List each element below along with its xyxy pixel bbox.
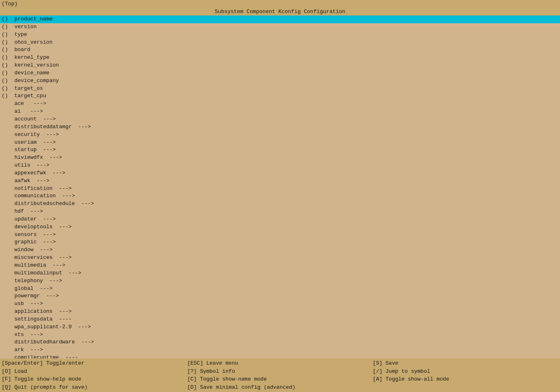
bottom-bar-item-1-2[interactable]: [/] Jump to symbol (373, 368, 558, 376)
menu-item-ai[interactable]: ai ---> (0, 108, 560, 116)
menu-item-ace[interactable]: ace ---> (0, 100, 560, 108)
bottom-bar-item-2-2[interactable]: [A] Toggle show-all mode (373, 375, 558, 383)
menu-item-graphic[interactable]: graphic ---> (0, 238, 560, 246)
menu-item-wpa_supplicant[interactable]: wpa_supplicant-2.9 ---> (0, 323, 560, 331)
menu-item-hiviewdfx[interactable]: hiviewdfx ---> (0, 154, 560, 162)
menu-item-device_company[interactable]: () device_company (0, 77, 560, 85)
menu-item-kernel_version[interactable]: () kernel_version (0, 62, 560, 69)
bottom-bar-item-0-0[interactable]: [Space/Enter] Toggle/enter (2, 359, 187, 368)
menu-item-ark[interactable]: ark ---> (0, 346, 560, 354)
top-bar: (Top) (0, 0, 560, 8)
menu-item-window[interactable]: window ---> (0, 246, 560, 254)
menu-item-distributedschedule[interactable]: distributedschedule ---> (0, 200, 560, 208)
bottom-bar-item-0-2[interactable]: [S] Save (373, 359, 558, 368)
menu-item-updater[interactable]: updater ---> (0, 216, 560, 223)
menu-item-security[interactable]: security ---> (0, 131, 560, 139)
content-area: () product_name() version() type() ohos_… (0, 16, 560, 392)
menu-item-utils[interactable]: utils ---> (0, 162, 560, 169)
header-bar: Subsystem Component Kconfig Configuratio… (0, 8, 560, 16)
menu-item-target_cpu[interactable]: () target_cpu (0, 92, 560, 100)
bottom-bar-item-3-0[interactable]: [Q] Quit (prompts for save) (2, 383, 187, 392)
menu-item-settingsdata[interactable]: settingsdata ---- (0, 316, 560, 323)
bottom-bar-item-3-2 (373, 383, 558, 392)
menu-item-aafwk[interactable]: aafwk ---> (0, 177, 560, 185)
bottom-bar-item-2-1[interactable]: [C] Toggle show-name mode (187, 375, 373, 383)
menu-item-notification[interactable]: notification ---> (0, 185, 560, 193)
bottom-bar-item-0-1[interactable]: [ESC] Leave menu (187, 359, 373, 368)
menu-item-telephony[interactable]: telephony ---> (0, 277, 560, 285)
menu-item-product_name[interactable]: () product_name (0, 16, 560, 23)
menu-item-multimedia[interactable]: multimedia ---> (0, 262, 560, 270)
menu-item-applications[interactable]: applications ---> (0, 308, 560, 316)
menu-item-useriam[interactable]: useriam ---> (0, 139, 560, 147)
menu-item-ohos_version[interactable]: () ohos_version (0, 39, 560, 47)
bottom-bar-row-2: [F] Toggle show-help mode[C] Toggle show… (2, 375, 558, 383)
menu-item-xts[interactable]: xts ---> (0, 331, 560, 339)
bottom-bar-item-3-1[interactable]: [D] Save minimal config (advanced) (187, 383, 373, 392)
menu-item-usb[interactable]: usb ---> (0, 300, 560, 308)
menu-item-distributedhardware[interactable]: distributedhardware ---> (0, 339, 560, 346)
bottom-bar-row-3: [Q] Quit (prompts for save)[D] Save mini… (2, 383, 558, 392)
menu-item-device_name[interactable]: () device_name (0, 69, 560, 77)
menu-item-distributeddatamgr[interactable]: distributeddatamgr ---> (0, 123, 560, 131)
menu-item-powermgr[interactable]: powermgr ---> (0, 292, 560, 300)
menu-item-hdf[interactable]: hdf ---> (0, 208, 560, 216)
menu-item-communication[interactable]: communication ---> (0, 192, 560, 200)
bottom-bar-item-1-0[interactable]: [O] Load (2, 368, 187, 376)
menu-item-version[interactable]: () version (0, 23, 560, 31)
menu-item-board[interactable]: () board (0, 46, 560, 54)
bottom-bar-item-2-0[interactable]: [F] Toggle show-help mode (2, 375, 187, 383)
bottom-bar-row-1: [O] Load[?] Symbol info[/] Jump to symbo… (2, 368, 558, 376)
menu-item-account[interactable]: account ---> (0, 116, 560, 123)
menu-item-target_os[interactable]: () target_os (0, 85, 560, 93)
menu-item-appexecfwk[interactable]: appexecfwk ---> (0, 169, 560, 177)
menu-item-developtools[interactable]: developtools ---> (0, 223, 560, 231)
menu-list: () product_name() version() type() ohos_… (0, 16, 560, 392)
menu-item-startup[interactable]: startup ---> (0, 146, 560, 154)
menu-item-miscservices[interactable]: miscservices ---> (0, 254, 560, 262)
menu-item-kernel_type[interactable]: () kernel_type (0, 54, 560, 62)
bottom-bar: [Space/Enter] Toggle/enter[ESC] Leave me… (0, 359, 560, 392)
bottom-bar-item-1-1[interactable]: [?] Symbol info (187, 368, 373, 376)
menu-item-sensors[interactable]: sensors ---> (0, 231, 560, 239)
menu-item-global[interactable]: global ---> (0, 285, 560, 293)
bottom-bar-row-0: [Space/Enter] Toggle/enter[ESC] Leave me… (2, 359, 558, 368)
menu-item-type[interactable]: () type (0, 31, 560, 39)
menu-item-multimodalinput[interactable]: multimodalinput ---> (0, 270, 560, 277)
